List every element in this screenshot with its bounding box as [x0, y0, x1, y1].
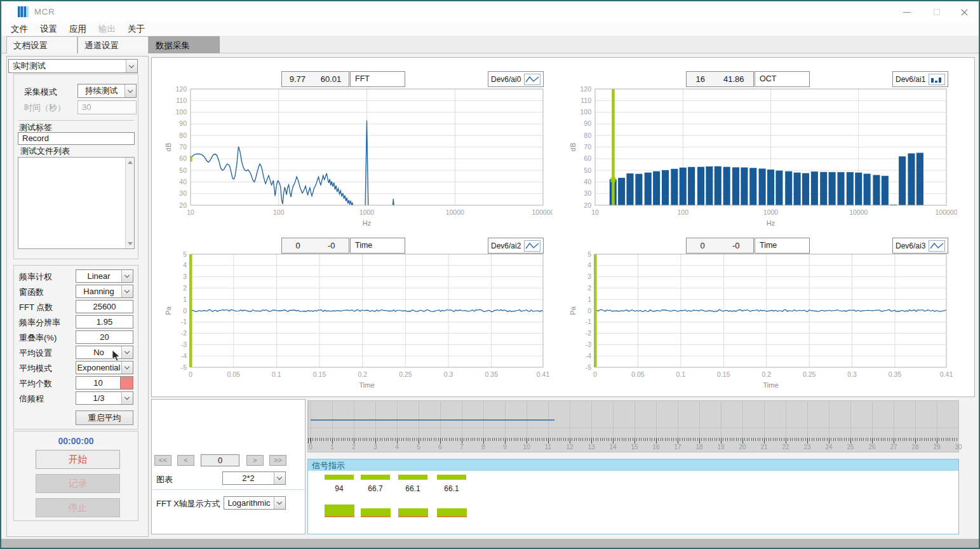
svg-text:-1: -1	[181, 318, 187, 325]
setting-label-2: 窗函数	[19, 287, 44, 298]
svg-text:4: 4	[183, 261, 187, 269]
chart-layout-label: 图表	[156, 474, 173, 485]
timeline-scrubber[interactable]: 0123456789101112131415161718192021222324…	[307, 400, 959, 452]
svg-text:Pa: Pa	[164, 306, 172, 315]
scroll-up-icon[interactable]	[128, 161, 133, 164]
svg-text:100: 100	[273, 208, 285, 216]
time2-plot[interactable]: -5-4-3-2-101234500.050.10.150.20.250.30.…	[567, 248, 957, 400]
setting-select-2[interactable]: Hanning	[76, 285, 133, 298]
svg-text:5: 5	[183, 250, 187, 258]
next-page-button[interactable]: >	[246, 455, 264, 466]
divider	[152, 489, 304, 490]
svg-text:40: 40	[179, 178, 187, 186]
chevron-down-icon[interactable]	[121, 392, 133, 404]
signal-level-bar	[437, 508, 467, 517]
svg-text:0: 0	[587, 307, 591, 315]
minimize-button[interactable]	[896, 4, 918, 20]
last-page-button[interactable]: >>	[269, 455, 286, 466]
fft-plot[interactable]: 2030405060708090100110120101001000100001…	[162, 83, 553, 234]
tab-1[interactable]: 文档设置	[6, 36, 77, 53]
setting-select-1[interactable]: Linear	[76, 269, 133, 283]
svg-text:-3: -3	[586, 341, 591, 348]
svg-text:2: 2	[587, 284, 591, 292]
timeline-progress-line	[311, 419, 554, 421]
close-button[interactable]	[953, 4, 976, 20]
svg-text:Time: Time	[763, 381, 778, 389]
timeline-tick-label: 14	[609, 444, 616, 451]
oct-plot[interactable]: 2030405060708090100110120101001000100001…	[567, 83, 957, 234]
time1-plot[interactable]: -5-4-3-2-101234500.050.10.150.20.250.30.…	[162, 248, 553, 400]
svg-text:60: 60	[584, 154, 591, 162]
svg-text:80: 80	[179, 132, 187, 139]
stop-button: 停止	[36, 498, 120, 517]
prev-page-button[interactable]: <	[177, 455, 194, 466]
menu-item-2[interactable]: 设置	[40, 24, 57, 35]
setting-select-9[interactable]: 1/3	[76, 391, 133, 405]
setting-label-9: 倍频程	[19, 393, 44, 405]
scroll-down-icon[interactable]	[128, 242, 133, 245]
svg-text:-3: -3	[181, 341, 187, 348]
timeline-tick-label: 10	[523, 444, 530, 451]
svg-text:110: 110	[581, 97, 591, 104]
svg-text:-4: -4	[181, 352, 187, 360]
timeline-tick-label: 15	[631, 444, 638, 451]
svg-text:0: 0	[189, 370, 192, 378]
svg-text:70: 70	[179, 143, 187, 151]
start-button[interactable]: 开始	[36, 450, 120, 469]
menu-item-1[interactable]: 文件	[11, 24, 28, 35]
setting-input-4[interactable]: 1.95	[76, 315, 133, 329]
timeline-tick-label: 30	[955, 444, 962, 451]
svg-text:0.05: 0.05	[227, 370, 240, 378]
timeline-tick-label: 4	[395, 444, 399, 451]
svg-text:1: 1	[587, 295, 591, 303]
restart-average-button[interactable]: 重启平均	[76, 410, 133, 425]
svg-text:4: 4	[587, 261, 591, 269]
tab-2[interactable]: 通道设置	[77, 36, 149, 53]
chevron-down-icon[interactable]	[121, 285, 133, 297]
setting-select-6[interactable]: No	[76, 346, 133, 359]
chevron-down-icon[interactable]	[121, 362, 133, 374]
setting-label-5: 重叠率(%)	[19, 332, 57, 344]
svg-text:3: 3	[183, 273, 187, 280]
svg-text:30: 30	[179, 189, 187, 197]
maximize-button[interactable]	[925, 4, 948, 20]
svg-text:10000: 10000	[849, 208, 868, 216]
chevron-down-icon[interactable]	[121, 346, 133, 358]
svg-text:100: 100	[580, 108, 591, 116]
menu-item-3[interactable]: 应用	[69, 24, 86, 35]
chevron-down-icon[interactable]	[126, 60, 137, 72]
record-name-field[interactable]: Record	[18, 132, 135, 145]
timeline-major-ticks	[308, 438, 958, 444]
menu-item-5[interactable]: 关于	[128, 24, 145, 35]
test-file-list[interactable]	[18, 157, 135, 249]
test-mode-select[interactable]: 实时测试	[8, 59, 138, 73]
chevron-down-icon[interactable]	[274, 472, 285, 484]
signal-presence-bar	[437, 475, 466, 480]
svg-text:50: 50	[584, 166, 591, 174]
setting-select-7[interactable]: Exponential	[76, 361, 133, 374]
chart-layout-select[interactable]: 2*2	[222, 471, 286, 485]
setting-label-4: 频率分辨率	[19, 317, 60, 329]
average-alert-indicator	[121, 376, 133, 390]
setting-input-8[interactable]: 10	[76, 376, 121, 390]
setting-label-7: 平均模式	[19, 363, 52, 374]
svg-text:100: 100	[175, 108, 187, 116]
chevron-down-icon[interactable]	[274, 497, 285, 509]
timeline-tick-label: 29	[933, 444, 940, 451]
acq-mode-select[interactable]: 持续测试	[77, 84, 137, 98]
chevron-down-icon[interactable]	[124, 85, 136, 97]
setting-input-3[interactable]: 25600	[76, 300, 133, 313]
chevron-down-icon[interactable]	[121, 270, 133, 282]
tab-3[interactable]: 数据采集	[149, 36, 220, 53]
app-logo-icon	[18, 6, 29, 17]
list-scrollbar[interactable]	[125, 158, 134, 248]
fft-xaxis-select[interactable]: Logarithmic	[224, 496, 286, 510]
divider	[18, 120, 134, 121]
first-page-button[interactable]: <<	[154, 455, 171, 466]
svg-text:3: 3	[587, 273, 591, 280]
svg-text:100000: 100000	[532, 208, 553, 216]
svg-text:-2: -2	[181, 329, 187, 337]
svg-text:0.35: 0.35	[485, 370, 499, 378]
setting-input-5[interactable]: 20	[76, 330, 133, 344]
svg-text:0.3: 0.3	[444, 370, 453, 378]
